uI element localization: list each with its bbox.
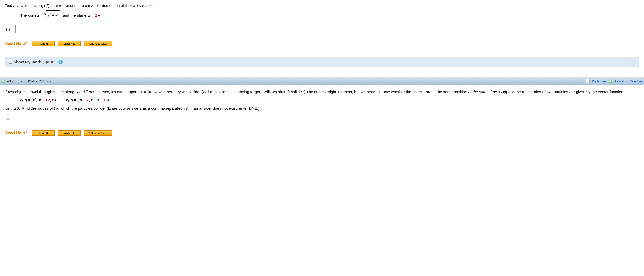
plane-rest: + y	[98, 11, 103, 20]
watch-it-button-2[interactable]: Watch It	[58, 130, 81, 136]
q2-header-right: My Notes + Ask Your Teacher	[586, 79, 642, 83]
q2-text-a: If two objects travel through space alon…	[5, 89, 468, 94]
show-my-work-bar[interactable]: + Show My Work (Optional) ?	[5, 57, 639, 67]
r2-c3a: , 7t −	[93, 98, 103, 102]
r1-c2b: 12	[45, 98, 50, 102]
question-id: SCalc7 13.1.047.	[26, 79, 52, 83]
notes-icon[interactable]	[586, 79, 590, 83]
ask-plus-icon[interactable]: +	[609, 79, 612, 83]
ask-teacher-link[interactable]: Ask Your Teacher	[614, 79, 642, 83]
rbracket-1: ⟩	[54, 98, 56, 102]
q2-for-text: for t ≥ 0. Find the values of t at which…	[5, 105, 639, 112]
plane-text: and the plane z =	[61, 11, 94, 20]
q1-t-arg: (t), that represents the curve of inters…	[46, 3, 155, 8]
help-row-1: Need Help? Read It Watch It Talk to a Tu…	[5, 41, 639, 46]
show-work-optional: (Optional)	[43, 60, 56, 64]
spacer	[24, 79, 25, 83]
q2-text-em: at the same time	[468, 89, 497, 94]
r2-arg: (t) =	[69, 98, 77, 102]
expand-question-icon[interactable]: +	[2, 79, 5, 83]
q1-equation: The cone z = √ x2 + y2 and the plane z =…	[20, 10, 639, 20]
q1-answer-input[interactable]	[15, 25, 46, 33]
watch-it-button[interactable]: Watch It	[58, 41, 81, 46]
q2-text-b: . Suppose the trajectories of two partic…	[497, 89, 625, 94]
need-help-label-2: Need Help?	[5, 131, 28, 135]
q2-header-left: + –/1 points SCalc7 13.1.047.	[2, 79, 52, 83]
show-work-title: Show My Work	[13, 60, 41, 64]
help-row-2: Need Help? Read It Watch It Talk to a Tu…	[5, 130, 639, 136]
cone-z: z	[38, 11, 40, 20]
q2-answer-row: t =	[5, 115, 639, 122]
question-1: Find a vector function, r(t), that repre…	[0, 0, 644, 78]
sqrt-body: x2 + y2	[46, 10, 60, 20]
r1-c3: , t	[50, 98, 53, 102]
q2-prompt: If two objects travel through space alon…	[5, 88, 639, 95]
r1-c2a: , 8t −	[36, 98, 45, 102]
q2-answer-input[interactable]	[11, 115, 42, 122]
r2-c3b: 10	[103, 98, 108, 102]
points-text: –/1 points	[7, 79, 23, 83]
plane-const: 2	[95, 11, 97, 20]
help-icon[interactable]: ?	[58, 60, 63, 64]
q1-answer-label: r(t) =	[5, 27, 13, 31]
q2-answer-label: t =	[5, 116, 9, 121]
need-help-label: Need Help?	[5, 41, 28, 46]
talk-to-tutor-button-2[interactable]: Talk to a Tutor	[84, 130, 112, 136]
eq-sign-1: =	[40, 11, 43, 20]
q1-answer-row: r(t) =	[5, 25, 639, 33]
read-it-button[interactable]: Read It	[32, 41, 55, 46]
question-2-header: + –/1 points SCalc7 13.1.047. My Notes +…	[0, 78, 644, 85]
my-notes-link[interactable]: My Notes	[592, 79, 607, 83]
q1-prompt-text-a: Find a vector function,	[5, 3, 44, 8]
cone-label: The cone	[20, 11, 37, 20]
rbracket-2: ⟩	[108, 98, 109, 102]
q1-prompt: Find a vector function, r(t), that repre…	[5, 3, 639, 9]
expand-icon[interactable]: +	[9, 60, 12, 64]
r2-c1b: 2	[87, 98, 89, 102]
q2-equations: r1(t) = ⟨t2, 8t − 12, t2⟩ r2(t) = ⟨3t − …	[20, 97, 639, 103]
r1-arg: (t) =	[23, 98, 31, 102]
talk-to-tutor-button[interactable]: Talk to a Tutor	[84, 41, 112, 46]
sqrt: √ x2 + y2	[44, 10, 60, 20]
read-it-button-2[interactable]: Read It	[32, 130, 55, 136]
sqrt-sign-icon: √	[44, 11, 47, 16]
question-2: If two objects travel through space alon…	[0, 85, 644, 139]
points-label: –/1 points	[7, 79, 23, 83]
r2-c2: , t	[89, 98, 92, 102]
r2-c1a: 3t −	[79, 98, 87, 102]
for-text-a: for t ≥ 0. Find the values of t at which…	[5, 106, 259, 111]
